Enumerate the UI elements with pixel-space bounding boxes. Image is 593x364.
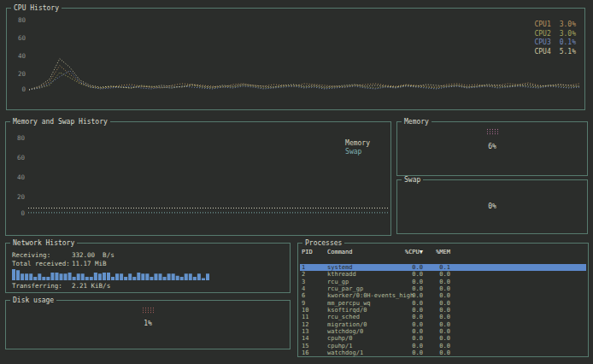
cpu-legend-label: CPU4 bbox=[534, 48, 550, 57]
cell-command: rcu_sched bbox=[327, 314, 399, 320]
processes-title: Processes bbox=[302, 239, 344, 247]
memswap-legend-swap: Swap bbox=[345, 148, 370, 156]
cell-mem: 0.0 bbox=[423, 328, 450, 335]
system-monitor-app: CPU History 80 60 40 20 0 CPU13.0%CPU23.… bbox=[0, 0, 593, 364]
memswap-legend-memory: Memory bbox=[345, 139, 370, 148]
cpu-legend-label: CPU2 bbox=[534, 30, 550, 39]
network-history-panel: Network History Receiving: 332.00 B/s To… bbox=[5, 243, 291, 293]
cpu-legend-item-cpu2: CPU23.0% bbox=[534, 30, 576, 39]
ms-ytick-40: 40 bbox=[11, 174, 25, 181]
cell-pid: 14 bbox=[302, 335, 327, 342]
ms-ytick-20: 20 bbox=[11, 194, 25, 201]
cpu-legend: CPU13.0%CPU23.0%CPU30.1%CPU45.1% bbox=[534, 21, 576, 56]
cpu-ytick-0: 0 bbox=[12, 86, 26, 93]
network-total-received-line: Total received: 11.17 MiB bbox=[12, 260, 285, 268]
cell-cpu: 0.0 bbox=[399, 307, 423, 314]
processes-panel: Processes PID Command %CPU▼ %MEM 1system… bbox=[297, 243, 589, 357]
cpu-legend-value: 3.0% bbox=[560, 21, 576, 30]
cell-cpu: 0.0 bbox=[399, 328, 423, 335]
cell-cpu: 0.0 bbox=[399, 335, 423, 342]
cell-pid: 1 bbox=[302, 264, 327, 271]
cell-cpu: 0.0 bbox=[399, 264, 423, 271]
cell-pid: 10 bbox=[302, 307, 327, 314]
cell-mem: 0.0 bbox=[423, 314, 450, 320]
cell-cpu: 0.0 bbox=[399, 349, 423, 356]
processes-table: 1systemd0.00.12kthreadd0.00.03rcu_gp0.00… bbox=[300, 264, 586, 356]
network-receiving-line: Receiving: 332.00 B/s bbox=[12, 251, 285, 260]
cell-command: rcu_par_gp bbox=[327, 285, 399, 292]
cell-command: watchdog/1 bbox=[327, 349, 399, 356]
memory-swap-history-panel: Memory and Swap History 80 60 40 20 0 Me… bbox=[5, 121, 391, 236]
cell-pid: 12 bbox=[302, 321, 327, 328]
table-row[interactable]: 13watchdog/00.00.0 bbox=[300, 328, 586, 335]
cell-command: watchdog/0 bbox=[327, 328, 399, 335]
disk-donut-icon bbox=[142, 307, 154, 314]
cell-cpu: 0.0 bbox=[399, 285, 423, 292]
table-row[interactable]: 3rcu_gp0.00.0 bbox=[300, 279, 586, 285]
memory-donut-icon bbox=[486, 128, 498, 135]
cell-mem: 0.0 bbox=[423, 300, 450, 307]
cell-command: systemd bbox=[327, 264, 399, 271]
network-sparkline bbox=[12, 269, 210, 280]
cell-pid: 15 bbox=[302, 343, 327, 349]
table-row[interactable]: 10ksoftirqd/00.00.0 bbox=[300, 307, 586, 314]
cell-cpu: 0.0 bbox=[399, 314, 423, 320]
cpu-legend-value: 3.0% bbox=[560, 30, 576, 39]
receiving-value: 332.00 B/s bbox=[72, 251, 114, 260]
cell-command: kworker/0:0H-events_high bbox=[327, 292, 399, 299]
cpu-legend-item-cpu3: CPU30.1% bbox=[534, 38, 576, 48]
table-row[interactable]: 16watchdog/10.00.0 bbox=[300, 349, 586, 356]
cell-pid: 13 bbox=[302, 328, 327, 335]
table-row[interactable]: 1systemd0.00.1 bbox=[300, 264, 586, 271]
cell-cpu: 0.0 bbox=[399, 279, 423, 285]
cpu-series-cpu4 bbox=[29, 59, 579, 90]
cell-pid: 16 bbox=[302, 349, 327, 356]
table-row[interactable]: 9mm_percpu_wq0.00.0 bbox=[300, 300, 586, 307]
cell-cpu: 0.0 bbox=[399, 321, 423, 328]
disk-usage-panel: Disk usage 1% bbox=[5, 300, 291, 349]
network-history-title: Network History bbox=[10, 239, 77, 247]
cpu-history-panel: CPU History 80 60 40 20 0 CPU13.0%CPU23.… bbox=[6, 8, 585, 110]
disk-usage-title: Disk usage bbox=[10, 296, 56, 304]
cpu-ytick-20: 20 bbox=[12, 71, 26, 78]
table-row[interactable]: 6kworker/0:0H-events_high0.00.0 bbox=[300, 292, 586, 299]
cell-cpu: 0.0 bbox=[399, 300, 423, 307]
table-row[interactable]: 4rcu_par_gp0.00.0 bbox=[300, 285, 586, 292]
memory-title: Memory bbox=[402, 118, 432, 126]
cell-pid: 6 bbox=[302, 292, 327, 299]
swap-percent: 0% bbox=[397, 203, 587, 210]
cell-pid: 2 bbox=[302, 271, 327, 278]
network-spark-area bbox=[12, 269, 210, 280]
cell-command: migration/0 bbox=[327, 321, 399, 328]
cpu-legend-label: CPU1 bbox=[534, 21, 550, 30]
transferring-value: 2.21 KiB/s bbox=[72, 282, 110, 291]
cell-mem: 0.0 bbox=[423, 335, 450, 342]
cpu-history-chart bbox=[27, 14, 581, 103]
cpu-legend-value: 0.1% bbox=[560, 38, 576, 48]
table-row[interactable]: 2kthreadd0.00.0 bbox=[300, 271, 586, 278]
table-row[interactable]: 12migration/00.00.0 bbox=[300, 321, 586, 328]
memory-swap-legend: MemorySwap bbox=[345, 139, 370, 156]
ms-ytick-60: 60 bbox=[11, 155, 25, 161]
cpu-history-title: CPU History bbox=[11, 4, 62, 12]
total-received-label: Total received: bbox=[12, 260, 72, 268]
total-received-value: 11.17 MiB bbox=[72, 260, 107, 268]
cell-mem: 0.0 bbox=[423, 343, 450, 349]
swap-title: Swap bbox=[402, 176, 423, 184]
receiving-label: Receiving: bbox=[12, 251, 72, 260]
processes-header: PID Command %CPU▼ %MEM bbox=[302, 249, 584, 255]
cpu-legend-label: CPU3 bbox=[534, 38, 550, 48]
memory-percent: 6% bbox=[397, 143, 587, 150]
table-row[interactable]: 11rcu_sched0.00.0 bbox=[300, 314, 586, 320]
table-row[interactable]: 15cpuhp/10.00.0 bbox=[300, 343, 586, 349]
memory-panel: Memory 6% bbox=[396, 121, 588, 176]
cell-cpu: 0.0 bbox=[399, 343, 423, 349]
cell-command: ksoftirqd/0 bbox=[327, 307, 399, 314]
table-row[interactable]: 14cpuhp/00.00.0 bbox=[300, 335, 586, 342]
cell-pid: 3 bbox=[302, 279, 327, 285]
cell-pid: 4 bbox=[302, 285, 327, 292]
column-mem: %MEM bbox=[423, 249, 450, 255]
cell-mem: 0.0 bbox=[423, 349, 450, 356]
cell-cpu: 0.0 bbox=[399, 271, 423, 278]
transferring-label: Transferring: bbox=[12, 282, 72, 291]
